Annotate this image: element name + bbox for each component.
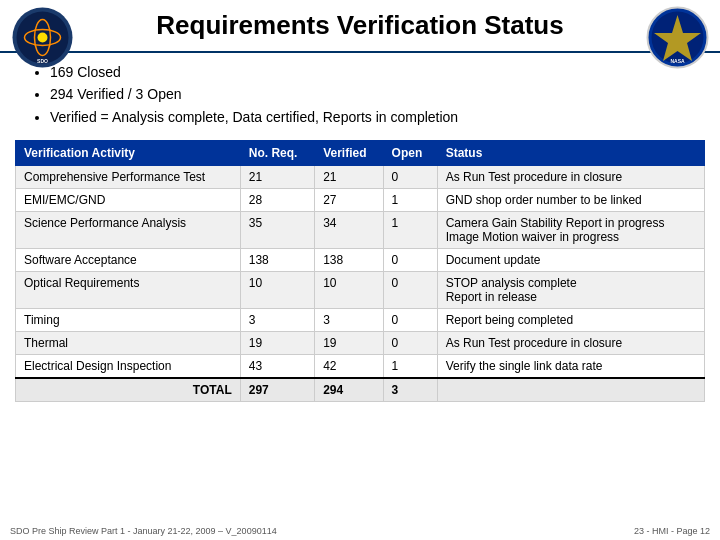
logo-right: NASA bbox=[645, 5, 710, 70]
total-verified: 294 bbox=[315, 378, 383, 402]
bullet-1: 169 Closed bbox=[50, 61, 690, 83]
footer-right: 23 - HMI - Page 12 bbox=[634, 526, 710, 536]
table-row: Comprehensive Performance Test 21 21 0 A… bbox=[16, 166, 705, 189]
svg-text:SDO: SDO bbox=[37, 58, 48, 64]
verification-table: Verification Activity No. Req. Verified … bbox=[15, 140, 705, 402]
col-header-no-req: No. Req. bbox=[240, 141, 314, 166]
table-row: Software Acceptance 138 138 0 Document u… bbox=[16, 249, 705, 272]
col-header-activity: Verification Activity bbox=[16, 141, 241, 166]
bullet-2: 294 Verified / 3 Open bbox=[50, 83, 690, 105]
page-header: SDO Requirements Verification Status NAS… bbox=[0, 0, 720, 53]
cell-activity: Thermal bbox=[16, 332, 241, 355]
table-row: Science Performance Analysis 35 34 1 Cam… bbox=[16, 212, 705, 249]
cell-open: 0 bbox=[383, 166, 437, 189]
cell-verified: 19 bbox=[315, 332, 383, 355]
cell-verified: 138 bbox=[315, 249, 383, 272]
cell-status: GND shop order number to be linked bbox=[437, 189, 704, 212]
table-row: Timing 3 3 0 Report being completed bbox=[16, 309, 705, 332]
table-row: Thermal 19 19 0 As Run Test procedure in… bbox=[16, 332, 705, 355]
total-open: 3 bbox=[383, 378, 437, 402]
verification-table-container: Verification Activity No. Req. Verified … bbox=[0, 140, 720, 402]
table-header-row: Verification Activity No. Req. Verified … bbox=[16, 141, 705, 166]
cell-status: Verify the single link data rate bbox=[437, 355, 704, 379]
table-total-row: TOTAL 297 294 3 bbox=[16, 378, 705, 402]
cell-verified: 21 bbox=[315, 166, 383, 189]
cell-status: Camera Gain Stability Report in progress… bbox=[437, 212, 704, 249]
cell-activity: EMI/EMC/GND bbox=[16, 189, 241, 212]
cell-no-req: 19 bbox=[240, 332, 314, 355]
cell-no-req: 10 bbox=[240, 272, 314, 309]
cell-open: 0 bbox=[383, 249, 437, 272]
cell-status: As Run Test procedure in closure bbox=[437, 332, 704, 355]
cell-verified: 3 bbox=[315, 309, 383, 332]
total-label: TOTAL bbox=[16, 378, 241, 402]
cell-verified: 27 bbox=[315, 189, 383, 212]
cell-open: 1 bbox=[383, 355, 437, 379]
table-row: Electrical Design Inspection 43 42 1 Ver… bbox=[16, 355, 705, 379]
col-header-open: Open bbox=[383, 141, 437, 166]
cell-activity: Optical Requirements bbox=[16, 272, 241, 309]
cell-no-req: 3 bbox=[240, 309, 314, 332]
cell-verified: 42 bbox=[315, 355, 383, 379]
cell-no-req: 43 bbox=[240, 355, 314, 379]
col-header-status: Status bbox=[437, 141, 704, 166]
cell-activity: Electrical Design Inspection bbox=[16, 355, 241, 379]
cell-activity: Timing bbox=[16, 309, 241, 332]
cell-activity: Comprehensive Performance Test bbox=[16, 166, 241, 189]
total-no-req: 297 bbox=[240, 378, 314, 402]
cell-open: 0 bbox=[383, 272, 437, 309]
cell-status: Report being completed bbox=[437, 309, 704, 332]
table-row: EMI/EMC/GND 28 27 1 GND shop order numbe… bbox=[16, 189, 705, 212]
footer-left: SDO Pre Ship Review Part 1 - January 21-… bbox=[10, 526, 277, 536]
cell-status: As Run Test procedure in closure bbox=[437, 166, 704, 189]
cell-no-req: 28 bbox=[240, 189, 314, 212]
total-status bbox=[437, 378, 704, 402]
svg-text:NASA: NASA bbox=[670, 58, 685, 64]
page-title: Requirements Verification Status bbox=[156, 10, 563, 41]
cell-activity: Science Performance Analysis bbox=[16, 212, 241, 249]
page-footer: SDO Pre Ship Review Part 1 - January 21-… bbox=[10, 526, 710, 536]
cell-activity: Software Acceptance bbox=[16, 249, 241, 272]
logo-left: SDO bbox=[10, 5, 75, 70]
cell-no-req: 21 bbox=[240, 166, 314, 189]
col-header-verified: Verified bbox=[315, 141, 383, 166]
cell-open: 0 bbox=[383, 309, 437, 332]
bullet-3: Verified = Analysis complete, Data certi… bbox=[50, 106, 690, 128]
cell-no-req: 138 bbox=[240, 249, 314, 272]
cell-open: 1 bbox=[383, 189, 437, 212]
cell-verified: 34 bbox=[315, 212, 383, 249]
cell-open: 0 bbox=[383, 332, 437, 355]
cell-verified: 10 bbox=[315, 272, 383, 309]
svg-point-4 bbox=[38, 33, 48, 43]
cell-status: Document update bbox=[437, 249, 704, 272]
table-row: Optical Requirements 10 10 0 STOP analys… bbox=[16, 272, 705, 309]
cell-no-req: 35 bbox=[240, 212, 314, 249]
cell-open: 1 bbox=[383, 212, 437, 249]
bullet-list: 169 Closed 294 Verified / 3 Open Verifie… bbox=[0, 53, 720, 136]
cell-status: STOP analysis completeReport in release bbox=[437, 272, 704, 309]
